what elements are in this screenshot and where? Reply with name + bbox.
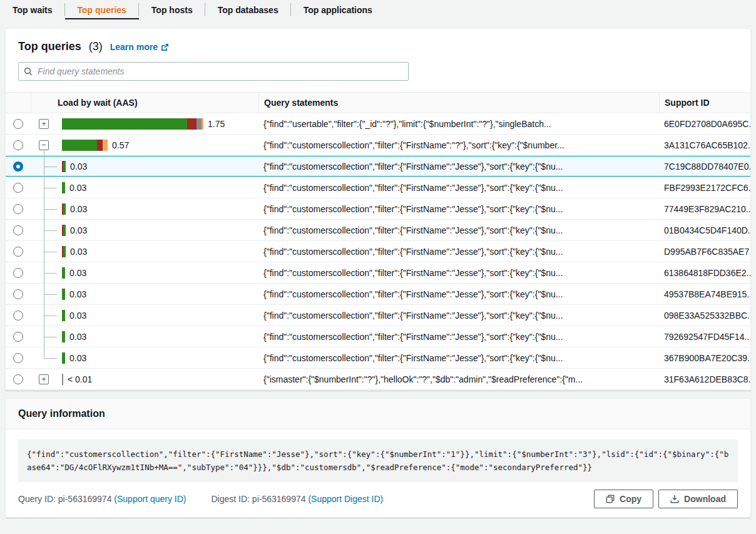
load-value: 0.57 <box>112 140 129 150</box>
tree-cell <box>31 198 57 220</box>
query-statement-link[interactable]: {"find":"customerscollection","filter":{… <box>263 247 563 257</box>
radio-button[interactable] <box>13 225 23 235</box>
table-row[interactable]: +1.75{"find":"usertable","filter":{"_id"… <box>6 113 750 135</box>
tab-top-applications[interactable]: Top applications <box>291 0 385 19</box>
bar-segment-gray <box>62 374 63 385</box>
support-id: 7C19C88DD78407E0... <box>659 162 750 172</box>
query-statement-link[interactable]: {"find":"customerscollection","filter":{… <box>263 204 563 215</box>
tab-top-hosts[interactable]: Top hosts <box>139 0 205 19</box>
table-row[interactable]: 0.03{"find":"customerscollection","filte… <box>6 177 750 198</box>
query-statement-link[interactable]: {"ismaster":{"$numberInt":"?"},"helloOk"… <box>263 374 583 385</box>
table-row[interactable]: 0.03{"find":"customerscollection","filte… <box>6 262 750 284</box>
radio-button[interactable] <box>13 332 23 342</box>
table-row[interactable]: 0.03{"find":"customerscollection","filte… <box>6 284 750 305</box>
support-id: D995AB7F6C835AE7... <box>659 247 750 257</box>
table-row[interactable]: 0.03{"find":"customerscollection","filte… <box>6 305 750 326</box>
load-bar <box>62 310 65 321</box>
digest-id: Digest ID: pi-563169974 (Support Digest … <box>212 494 384 504</box>
radio-cell <box>6 183 31 193</box>
radio-button[interactable] <box>13 311 23 321</box>
query-statement-link[interactable]: {"find":"customerscollection","filter":{… <box>263 289 563 300</box>
query-statement-link[interactable]: {"find":"customerscollection","filter":{… <box>263 311 563 321</box>
support-digest-id-link[interactable]: (Support Digest ID) <box>308 494 383 504</box>
radio-button[interactable] <box>13 374 23 384</box>
radio-button[interactable] <box>13 247 23 257</box>
load-bar <box>62 182 65 193</box>
tab-top-waits[interactable]: Top waits <box>0 0 65 19</box>
query-cell: {"find":"customerscollection","filter":{… <box>258 331 659 342</box>
table-header: Load by wait (AAS) Query statements Supp… <box>6 92 750 113</box>
tree-cell <box>31 305 57 326</box>
load-bar <box>62 140 108 151</box>
load-value: 0.03 <box>69 183 86 193</box>
radio-cell <box>6 225 31 235</box>
radio-button[interactable] <box>13 268 23 278</box>
table-row[interactable]: 0.03{"find":"customerscollection","filte… <box>6 198 750 220</box>
tree-branch <box>44 209 57 210</box>
tree-branch <box>44 188 57 188</box>
radio-button[interactable] <box>13 289 23 299</box>
query-statement-link[interactable]: {"find":"customerscollection","filter":{… <box>263 183 563 193</box>
query-statement-link[interactable]: {"find":"customerscollection","filter":{… <box>263 268 563 279</box>
load-bar <box>62 203 66 215</box>
tab-top-databases[interactable]: Top databases <box>205 0 291 19</box>
table-row[interactable]: 0.03{"find":"customerscollection","filte… <box>6 156 750 177</box>
bar-segment-green <box>63 203 66 215</box>
support-id: 6E0FD2708D0A695C... <box>659 119 750 129</box>
load-bar-cell: 0.03 <box>57 161 258 172</box>
load-value: 0.03 <box>69 311 86 321</box>
radio-cell <box>6 140 31 150</box>
support-query-id-link[interactable]: (Support query ID) <box>114 494 186 504</box>
support-id: 792692547FD45F14... <box>659 332 750 342</box>
table-row[interactable]: −0.57{"find":"customerscollection","filt… <box>6 135 750 156</box>
query-id-label: Query ID: pi-563169974 <box>18 494 111 504</box>
query-cell: {"find":"customerscollection","filter":{… <box>258 140 659 151</box>
tab-top-queries[interactable]: Top queries <box>65 0 139 19</box>
load-bar-cell: 0.03 <box>57 203 258 215</box>
download-button[interactable]: Download <box>658 490 738 508</box>
load-value: < 0.01 <box>68 374 92 384</box>
bar-segment-green <box>63 161 66 172</box>
support-id: 49537B8EA74BE915... <box>659 289 750 299</box>
bar-segment-orange <box>103 140 108 151</box>
bar-segment-green <box>62 331 65 342</box>
radio-cell <box>6 289 31 299</box>
load-bar-cell: 0.03 <box>57 225 258 236</box>
copy-button[interactable]: Copy <box>594 490 653 508</box>
radio-cell <box>6 162 31 172</box>
table-row[interactable]: +< 0.01{"ismaster":{"$numberInt":"?"},"h… <box>6 369 750 390</box>
radio-button[interactable] <box>13 183 23 193</box>
query-statement-link[interactable]: {"find":"customerscollection","filter":{… <box>263 162 563 172</box>
radio-button[interactable] <box>13 119 23 129</box>
query-statement-link[interactable]: {"find":"customerscollection","filter":{… <box>263 140 564 151</box>
query-statement-link[interactable]: {"find":"customerscollection","filter":{… <box>263 353 563 364</box>
query-statement-link[interactable]: {"find":"customerscollection","filter":{… <box>263 332 563 342</box>
query-cell: {"find":"usertable","filter":{"_id":"?"}… <box>258 118 659 130</box>
query-statement-link[interactable]: {"find":"customerscollection","filter":{… <box>263 225 563 236</box>
bar-segment-green <box>62 267 65 279</box>
expand-icon[interactable]: + <box>39 119 49 129</box>
table-row[interactable]: 0.03{"find":"customerscollection","filte… <box>6 241 750 262</box>
load-bar <box>62 161 66 172</box>
learn-more-link[interactable]: Learn more <box>110 42 169 52</box>
top-queries-panel: Top queries (3) Learn more Load by wait … <box>5 28 751 391</box>
query-cell: {"find":"customerscollection","filter":{… <box>258 203 659 215</box>
support-id: 3A131C76AC65B102... <box>659 140 750 150</box>
table-row[interactable]: 0.03{"find":"customerscollection","filte… <box>6 347 750 369</box>
load-bar-cell: 0.03 <box>57 310 258 321</box>
radio-button[interactable] <box>13 140 23 150</box>
support-id: 31F63A612DEB83C8... <box>659 374 750 384</box>
tree-branch <box>44 252 57 252</box>
radio-button[interactable] <box>13 353 23 363</box>
table-row[interactable]: 0.03{"find":"customerscollection","filte… <box>6 326 750 347</box>
radio-button[interactable] <box>13 204 23 214</box>
table-row[interactable]: 0.03{"find":"customerscollection","filte… <box>6 220 750 241</box>
load-value: 0.03 <box>69 332 86 342</box>
collapse-icon[interactable]: − <box>39 140 49 150</box>
radio-button[interactable] <box>13 162 23 172</box>
radio-cell <box>6 332 31 342</box>
expand-icon[interactable]: + <box>39 374 49 384</box>
query-statement-link[interactable]: {"find":"usertable","filter":{"_id":"?"}… <box>263 119 551 130</box>
search-input[interactable] <box>18 62 409 81</box>
support-id: 01B0434C5D4F140D... <box>659 225 750 235</box>
